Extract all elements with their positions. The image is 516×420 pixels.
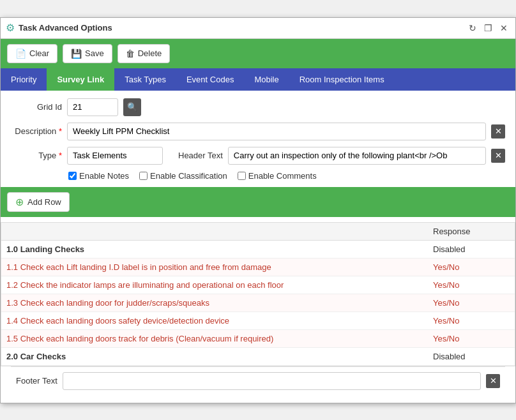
toolbar: 📄 Clear 💾 Save 🗑 Delete [1,39,515,68]
tab-mobile[interactable]: Mobile [244,68,289,91]
save-icon: 💾 [71,49,82,59]
grid-id-input[interactable] [67,98,118,116]
title-bar-controls: ↻ ❐ ✕ [466,22,510,34]
search-button[interactable]: 🔍 [123,98,141,116]
table-row[interactable]: 1.4 Check each landing doors safety devi… [1,312,515,330]
description-row: Description ✕ [11,123,505,140]
table-header-response: Response [433,227,510,236]
enable-classification-option: Enable Classification [139,171,227,181]
enable-notes-checkbox[interactable] [68,172,77,180]
search-icon: 🔍 [127,102,137,112]
restore-button[interactable]: ❐ [482,22,495,34]
close-button[interactable]: ✕ [497,22,510,34]
footer-clear-button[interactable]: ✕ [486,374,500,388]
row-text: 2.0 Car Checks [6,352,433,361]
table-row[interactable]: 1.1 Check each Lift landing I.D label is… [1,259,515,276]
table-area: Response 1.0 Landing Checks Disabled 1.1… [1,222,515,366]
clear-icon: 📄 [15,49,26,59]
tab-event-codes[interactable]: Event Codes [176,68,244,91]
type-input[interactable] [67,147,163,165]
clear-label: Clear [29,49,49,58]
title-bar-left: ⚙ Task Advanced Options [6,22,112,34]
add-row-button[interactable]: ⊕ Add Row [7,192,70,212]
header-text-input[interactable] [228,147,486,165]
clear-button[interactable]: 📄 Clear [7,44,57,63]
row-response: Disabled [433,352,510,361]
table-body: 1.0 Landing Checks Disabled 1.1 Check ea… [1,241,515,366]
row-text: 1.1 Check each Lift landing I.D label is… [6,262,433,272]
title-bar: ⚙ Task Advanced Options ↻ ❐ ✕ [1,18,515,39]
description-input[interactable] [67,123,486,140]
main-window: ⚙ Task Advanced Options ↻ ❐ ✕ 📄 Clear 💾 … [0,17,516,403]
row-text: 1.3 Check each landing door for judder/s… [6,298,433,308]
enable-notes-option: Enable Notes [68,171,129,181]
row-response: Yes/No [433,262,510,272]
options-row: Enable Notes Enable Classification Enabl… [11,171,505,181]
table-row[interactable]: 1.2 Check the indicator lamps are illumi… [1,276,515,294]
type-label: Type [11,151,62,160]
row-response: Yes/No [433,280,510,290]
enable-classification-label: Enable Classification [150,171,227,181]
row-response: Yes/No [433,298,510,308]
table-row[interactable]: 1.0 Landing Checks Disabled [1,241,515,259]
enable-classification-checkbox[interactable] [139,172,148,180]
table-row[interactable]: 2.0 Car Checks Disabled [1,348,515,366]
enable-comments-label: Enable Comments [248,171,317,181]
refresh-button[interactable]: ↻ [466,22,479,34]
content-area: Grid Id 🔍 Description ✕ Type Header Text… [1,91,515,403]
table-row[interactable]: 1.3 Check each landing door for judder/s… [1,294,515,312]
window-icon: ⚙ [6,22,15,34]
description-label: Description [11,126,62,136]
tab-survey-link[interactable]: Survey Link [47,68,114,91]
grid-id-label: Grid Id [11,102,62,112]
row-text: 1.5 Check each landing doors track for d… [6,334,433,343]
enable-comments-checkbox[interactable] [238,172,246,180]
add-icon: ⊕ [15,196,24,208]
tab-priority[interactable]: Priority [1,68,47,91]
header-text-label: Header Text [178,151,223,160]
row-response: Disabled [433,244,510,254]
row-response: Yes/No [433,334,510,343]
delete-button[interactable]: 🗑 Delete [118,44,171,63]
row-response: Yes/No [433,316,510,326]
table-row[interactable]: 1.5 Check each landing doors track for d… [1,330,515,348]
save-label: Save [85,49,104,58]
enable-notes-label: Enable Notes [79,171,129,181]
tab-task-types[interactable]: Task Types [114,68,176,91]
row-text: 1.4 Check each landing doors safety devi… [6,316,433,326]
row-text: 1.0 Landing Checks [6,244,433,254]
add-row-label: Add Row [27,197,61,207]
footer-input[interactable] [63,372,481,390]
table-header: Response [1,223,515,241]
delete-label: Delete [138,49,162,58]
table-header-main [6,227,433,236]
description-clear-button[interactable]: ✕ [491,124,505,139]
footer-row: Footer Text ✕ [11,366,505,395]
nav-tabs: Priority Survey Link Task Types Event Co… [1,68,515,91]
grid-id-row: Grid Id 🔍 [11,98,505,116]
add-row-bar: ⊕ Add Row [1,187,515,217]
tab-room-inspection-items[interactable]: Room Inspection Items [289,68,395,91]
save-button[interactable]: 💾 Save [63,44,112,63]
header-clear-button[interactable]: ✕ [491,149,505,163]
enable-comments-option: Enable Comments [238,171,317,181]
type-header-row: Type Header Text ✕ [11,147,505,165]
window-title: Task Advanced Options [19,23,112,33]
delete-icon: 🗑 [126,49,135,59]
footer-label: Footer Text [16,376,57,386]
row-text: 1.2 Check the indicator lamps are illumi… [6,280,433,290]
